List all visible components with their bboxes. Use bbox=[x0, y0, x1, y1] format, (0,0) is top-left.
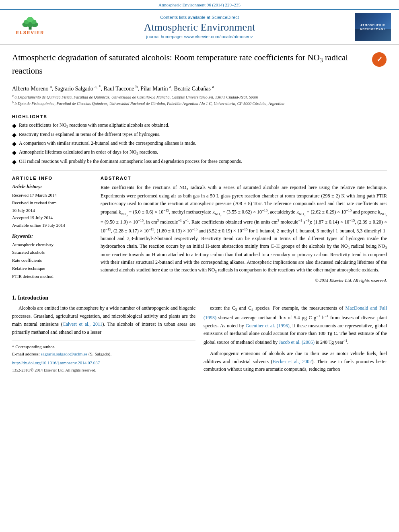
badge-line2: ENVIRONMENT bbox=[360, 27, 386, 31]
author-1: Alberto Moreno a, bbox=[12, 86, 53, 92]
highlight-text-4: Atmospheric lifetimes calculated are in … bbox=[19, 148, 158, 157]
introduction-heading: 1. Introduction bbox=[12, 295, 387, 301]
bullet-5: ◆ bbox=[12, 158, 16, 166]
received-revised: Received in revised form16 July 2014 bbox=[12, 199, 93, 214]
affiliations: a a Departamento de Química Física, Facu… bbox=[12, 94, 387, 111]
bullet-1: ◆ bbox=[12, 121, 16, 130]
intro-para-1: Alcohols are emitted into the atmosphere… bbox=[12, 304, 195, 336]
keyword-2: Saturated alcohols bbox=[12, 249, 93, 257]
highlight-text-1: Rate coefficients for NO3 reactions with… bbox=[19, 121, 169, 130]
abstract-text: Rate coefficients for the reactions of N… bbox=[101, 184, 387, 284]
corresponding-label: * Corresponding author. bbox=[12, 344, 55, 349]
highlights-label: HIGHLIGHTS bbox=[12, 114, 387, 119]
sciencedirect-link[interactable]: ScienceDirect bbox=[212, 15, 239, 20]
email-label: E-mail address: bbox=[12, 351, 40, 356]
macdonald-ref[interactable]: MacDonald and Fall (1993) bbox=[204, 305, 387, 320]
history-label: Article history: bbox=[12, 184, 93, 190]
calvert-ref[interactable]: Calvert et al., 2011 bbox=[62, 321, 102, 327]
elsevier-logo: ELSEVIER bbox=[10, 16, 50, 38]
main-content: Atmospheric degradation of saturated alc… bbox=[0, 45, 399, 377]
homepage-label: journal homepage: bbox=[146, 34, 183, 39]
highlight-text-2: Reactivity trend is explained in terms o… bbox=[19, 131, 160, 138]
abstract-column: ABSTRACT Rate coefficients for the react… bbox=[101, 176, 387, 284]
keyword-5: FTIR detection method bbox=[12, 273, 93, 281]
highlight-4: ◆ Atmospheric lifetimes calculated are i… bbox=[12, 148, 387, 157]
crossmark-icon: ✓ bbox=[372, 52, 387, 67]
journal-badge-section: ATMOSPHERIC ENVIRONMENT bbox=[347, 13, 391, 41]
elsevier-wordmark: ELSEVIER bbox=[16, 30, 44, 35]
author-3: Raul Taccone b, bbox=[103, 86, 139, 92]
bullet-4: ◆ bbox=[12, 148, 16, 157]
highlight-1: ◆ Rate coefficients for NO3 reactions wi… bbox=[12, 121, 387, 130]
highlight-3: ◆ A comparison with similar structural 2… bbox=[12, 140, 387, 148]
article-info-abstract: ARTICLE INFO Article history: Received 1… bbox=[12, 171, 387, 289]
journal-header: ELSEVIER Contents lists available at Sci… bbox=[0, 9, 399, 45]
elsevier-tree-icon bbox=[18, 16, 42, 30]
author-2: Sagrario Salgado a, *, bbox=[55, 86, 102, 92]
keyword-4: Relative technique bbox=[12, 265, 93, 273]
guenther-ref[interactable]: Guenther et al. (1996) bbox=[246, 323, 290, 329]
article-info-label: ARTICLE INFO bbox=[12, 176, 93, 181]
issn-line: 1352-2310/© 2014 Elsevier Ltd. All right… bbox=[12, 367, 195, 374]
journal-title-block: Contents lists available at ScienceDirec… bbox=[52, 15, 347, 39]
journal-title: Atmospheric Environment bbox=[52, 21, 347, 33]
keywords-label: Keywords: bbox=[12, 233, 93, 239]
authors-line: Alberto Moreno a, Sagrario Salgado a, *,… bbox=[12, 81, 387, 94]
author-5: Beatriz Cabañas a bbox=[174, 86, 214, 92]
homepage-url[interactable]: www.elsevier.com/locate/atmosenv bbox=[184, 34, 253, 39]
intro-para-right-2: Anthropogenic emissions of alcohols are … bbox=[204, 350, 387, 374]
jacob-ref[interactable]: Jacob et al. (2005) bbox=[279, 339, 315, 345]
keywords-section: Keywords: Atmospheric chemistry Saturate… bbox=[12, 233, 93, 281]
crossmark-badge[interactable]: ✓ bbox=[372, 52, 387, 67]
affiliation-a: a a Departamento de Química Física, Facu… bbox=[12, 94, 387, 100]
available-date: Available online 19 July 2014 bbox=[12, 222, 93, 229]
email-person: (S. Salgado). bbox=[88, 351, 111, 356]
corresponding-author-note: * Corresponding author. bbox=[12, 343, 195, 350]
author-4: Pilar Martín a, bbox=[140, 86, 173, 92]
keyword-3: Rate coefficients bbox=[12, 257, 93, 265]
becker-ref[interactable]: Becker et al., 2002 bbox=[272, 359, 312, 364]
abstract-label: ABSTRACT bbox=[101, 176, 387, 181]
contents-label: Contents lists available at bbox=[160, 15, 210, 20]
svg-point-6 bbox=[27, 17, 34, 22]
highlights-section: HIGHLIGHTS ◆ Rate coefficients for NO3 r… bbox=[12, 110, 387, 171]
bullet-3: ◆ bbox=[12, 140, 16, 148]
article-title: Atmospheric degradation of saturated alc… bbox=[12, 52, 364, 77]
elsevier-logo-section: ELSEVIER bbox=[8, 16, 52, 38]
doi-link[interactable]: http://dx.doi.org/10.1016/j.atmosenv.201… bbox=[12, 359, 195, 366]
keyword-1: Atmospheric chemistry bbox=[12, 241, 93, 249]
email-link[interactable]: sagrario.salgado@uclm.es bbox=[41, 351, 87, 356]
affiliation-b: b b Dpto de Fisicoquímica, Facultad de C… bbox=[12, 100, 387, 107]
intro-col-right: extent the C3 and C4 species. For exampl… bbox=[204, 304, 387, 377]
article-info-column: ARTICLE INFO Article history: Received 1… bbox=[12, 176, 93, 284]
highlight-5: ◆ OH radical reactions will probably be … bbox=[12, 158, 387, 166]
abstract-paragraph-1: Rate coefficients for the reactions of N… bbox=[101, 184, 387, 275]
received-date: Received 17 March 2014 bbox=[12, 191, 93, 199]
sciencedirect-line: Contents lists available at ScienceDirec… bbox=[52, 15, 347, 20]
copyright-line: © 2014 Elsevier Ltd. All rights reserved… bbox=[101, 277, 387, 284]
email-footnote: E-mail address: sagrario.salgado@uclm.es… bbox=[12, 351, 195, 357]
highlight-2: ◆ Reactivity trend is explained in terms… bbox=[12, 131, 387, 140]
accepted-date: Accepted 19 July 2014 bbox=[12, 214, 93, 222]
journal-reference-text: Atmospheric Environment 96 (2014) 229–23… bbox=[158, 2, 241, 7]
article-title-section: Atmospheric degradation of saturated alc… bbox=[12, 45, 387, 81]
footnotes: * Corresponding author. E-mail address: … bbox=[12, 341, 195, 374]
highlight-text-5: OH radical reactions will probably be th… bbox=[19, 158, 242, 165]
intro-col-left: Alcohols are emitted into the atmosphere… bbox=[12, 304, 195, 377]
atmospheric-environment-badge: ATMOSPHERIC ENVIRONMENT bbox=[355, 13, 391, 41]
journal-reference: Atmospheric Environment 96 (2014) 229–23… bbox=[0, 0, 399, 9]
bullet-2: ◆ bbox=[12, 131, 16, 140]
introduction-section: 1. Introduction Alcohols are emitted int… bbox=[12, 289, 387, 377]
introduction-columns: Alcohols are emitted into the atmosphere… bbox=[12, 304, 387, 377]
highlight-text-3: A comparison with similar structural 2-b… bbox=[19, 140, 196, 147]
journal-homepage-line: journal homepage: www.elsevier.com/locat… bbox=[52, 34, 347, 39]
badge-text: ATMOSPHERIC ENVIRONMENT bbox=[359, 22, 387, 32]
badge-line1: ATMOSPHERIC bbox=[360, 23, 386, 27]
intro-para-right-1: extent the C3 and C4 species. For exampl… bbox=[204, 304, 387, 346]
article-title-container: Atmospheric degradation of saturated alc… bbox=[12, 52, 372, 77]
